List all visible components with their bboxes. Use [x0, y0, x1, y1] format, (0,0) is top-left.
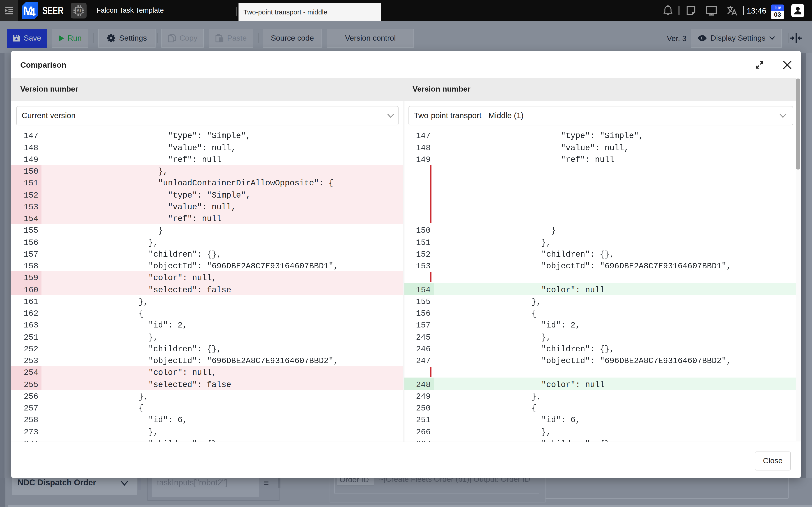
svg-text:AI: AI [76, 8, 81, 13]
svg-text:4: 4 [29, 6, 36, 19]
